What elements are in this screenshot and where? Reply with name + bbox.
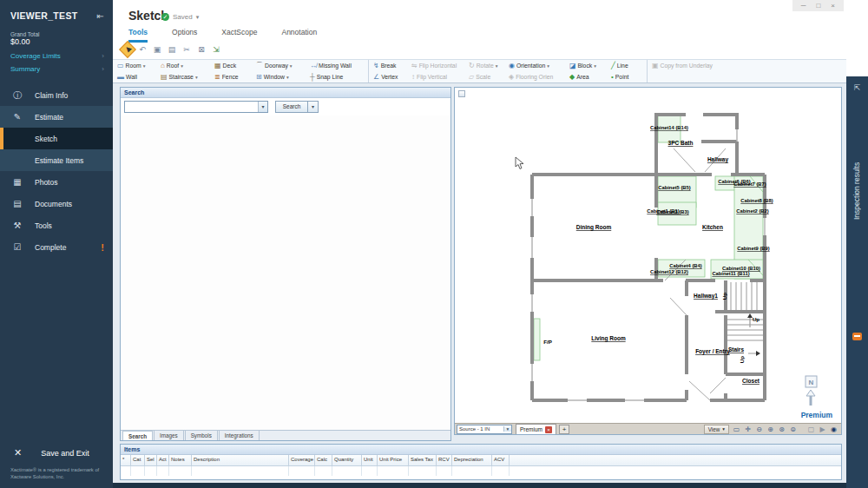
items-column-header[interactable]: Depreciation	[452, 455, 492, 465]
toolbar-button[interactable]: ┼Snap Line	[308, 72, 365, 82]
toolbar-button[interactable]: ◆Area	[568, 72, 609, 82]
view-button[interactable]: View ▾	[704, 425, 729, 434]
page-next-icon[interactable]: ▶	[817, 425, 828, 434]
sidebar-item[interactable]: ▤ Documents	[0, 193, 113, 214]
sidebar-item[interactable]: Sketch	[0, 128, 113, 149]
items-column-header[interactable]: ACV	[492, 455, 510, 465]
toolbar-button[interactable]: ▬Wall	[115, 72, 159, 82]
inspection-results-dock[interactable]: ⇱ Inspection results	[846, 76, 868, 488]
dropdown-caret-icon: ▾	[290, 63, 293, 69]
items-column-header[interactable]: Cat	[131, 455, 145, 465]
search-input[interactable]	[125, 102, 258, 112]
sidebar-item[interactable]: Estimate Items	[0, 149, 113, 171]
inspection-badge-icon[interactable]	[852, 333, 862, 340]
level-tab-premium[interactable]: Premium ×	[516, 424, 556, 434]
toolbar-button[interactable]: ⊞Window▾	[254, 72, 308, 82]
items-column-header[interactable]: Sel	[145, 455, 157, 465]
items-column-header[interactable]: Coverage	[289, 455, 315, 465]
toolbar-button[interactable]: ∠Vertex	[372, 72, 410, 82]
toolbar-button[interactable]: ⌒Doorway▾	[254, 61, 308, 71]
minimize-icon[interactable]: ─	[801, 2, 806, 10]
zoom-out-icon[interactable]: ⊖	[753, 425, 765, 434]
items-column-header[interactable]: Unit Price	[378, 455, 409, 465]
pan-icon[interactable]: ✛	[742, 425, 753, 434]
quick-tool-icon[interactable]: ✂	[181, 43, 193, 56]
toolbar-button[interactable]: ◉Orientation▾	[507, 61, 568, 71]
doorway-icon: ⌒	[256, 63, 263, 69]
quick-tool-icon[interactable]: ▣	[151, 43, 163, 56]
combo-dropdown-icon[interactable]: ▾	[258, 102, 267, 112]
toolbar-button: ⇋Flip Horizontal	[410, 61, 467, 71]
maximize-icon[interactable]: □	[816, 2, 820, 10]
items-column-header[interactable]: Description	[192, 455, 289, 465]
search-combobox[interactable]: ▾	[124, 101, 268, 113]
grand-total-label: Grand Total	[0, 26, 113, 37]
flip-v-icon: ↕	[411, 74, 415, 81]
sidebar-item[interactable]: ▦ Photos	[0, 171, 113, 193]
toolbar-button[interactable]: ↯Break	[372, 61, 410, 71]
toolbar-button[interactable]: ⌂Roof▾	[159, 61, 213, 71]
quick-tool-icon[interactable]: ⇲	[210, 43, 222, 56]
quick-tool-icon[interactable]: ▤	[166, 43, 178, 56]
globe-icon[interactable]: ◉	[828, 425, 839, 434]
zoom-in-icon[interactable]: ⊕	[765, 425, 776, 434]
sidebar-link[interactable]: Summary ›	[0, 63, 113, 76]
plan-label: Cabinet14 (B14)	[650, 125, 688, 130]
panel-tab[interactable]: Images	[154, 431, 184, 440]
items-column-header[interactable]: Unit	[362, 455, 378, 465]
toolbar-button[interactable]: ◪Block▾	[568, 61, 609, 71]
items-column-header[interactable]: Notes	[169, 455, 192, 465]
compass-icon: N	[806, 376, 817, 406]
marquee-zoom-icon[interactable]: ▭	[731, 425, 742, 434]
sidebar-item[interactable]: ☑ Complete !	[0, 236, 113, 258]
toolbar-button[interactable]: •Point	[609, 72, 644, 82]
point-icon: •	[611, 74, 614, 81]
zoom-window-icon[interactable]: ⊛	[776, 425, 787, 434]
toolbar-button[interactable]: ▦Deck	[213, 61, 254, 71]
nav-tab[interactable]: Options	[172, 28, 197, 43]
items-column-header[interactable]: Calc	[315, 455, 332, 465]
nav-tab[interactable]: Tools	[128, 28, 148, 43]
sidebar-item[interactable]: ⓘ Claim Info	[0, 84, 113, 106]
search-button[interactable]: Search	[275, 101, 308, 113]
window-controls: ─ □ ×	[792, 0, 844, 11]
toolbar-button[interactable]: ╱Line	[609, 61, 644, 71]
sketch-canvas[interactable]: N Cabinet14 (B14)3PC BathHallwayCabinet5…	[454, 87, 842, 435]
quick-tool-icon[interactable]: ▶	[119, 41, 136, 58]
alert-badge: !	[101, 242, 104, 253]
sidebar-item[interactable]: ⚒ Tools	[0, 214, 113, 236]
items-column-header[interactable]: Act	[157, 455, 169, 465]
fence-icon: ≣	[214, 74, 220, 81]
saved-status[interactable]: ✓ Saved ▾	[161, 13, 199, 21]
items-empty-row[interactable]	[121, 466, 841, 476]
zoom-extents-icon[interactable]: ⊜	[787, 425, 799, 434]
panel-tab[interactable]: Integrations	[219, 431, 260, 440]
panel-tab[interactable]: Symbols	[185, 431, 218, 440]
save-and-exit-button[interactable]: ✕ Save and Exit	[0, 447, 113, 458]
sidebar-link[interactable]: Coverage Limits ›	[0, 49, 113, 63]
dock-pin-icon[interactable]: ⇱	[852, 83, 862, 93]
items-column-header[interactable]: *	[121, 455, 131, 465]
quick-tool-icon[interactable]: ↶	[136, 43, 148, 56]
nav-tab[interactable]: Annotation	[281, 28, 317, 43]
page-icon[interactable]: ▢	[806, 425, 817, 434]
toolbar-button[interactable]: ↮Missing Wall	[308, 61, 365, 71]
toolbar-button[interactable]: ▤Staircase▾	[159, 72, 213, 82]
items-column-header[interactable]: Quantity	[332, 455, 362, 465]
toolbar-button[interactable]: ≣Fence	[213, 72, 254, 82]
level-source-select[interactable]: Source - 1 IN ▾	[457, 425, 512, 434]
toolbar-button[interactable]: ▭Room▾	[115, 61, 159, 71]
items-column-header[interactable]: RCV	[437, 455, 452, 465]
add-level-button[interactable]: +	[559, 425, 569, 434]
sidebar-item-icon: ⓘ	[11, 89, 23, 102]
close-level-icon[interactable]: ×	[545, 426, 552, 433]
quick-tool-icon[interactable]: ⊠	[195, 43, 207, 56]
close-window-icon[interactable]: ×	[831, 2, 835, 10]
collapse-sidebar-icon[interactable]: ⇤	[97, 11, 104, 21]
items-column-header[interactable]: Sales Tax	[409, 455, 437, 465]
search-button-dropdown-icon[interactable]: ▾	[308, 101, 319, 113]
canvas-page-icon[interactable]	[458, 90, 465, 97]
nav-tab[interactable]: XactScope	[221, 28, 257, 43]
panel-tab[interactable]: Search	[122, 431, 153, 440]
sidebar-item[interactable]: ✎ Estimate	[0, 106, 113, 128]
